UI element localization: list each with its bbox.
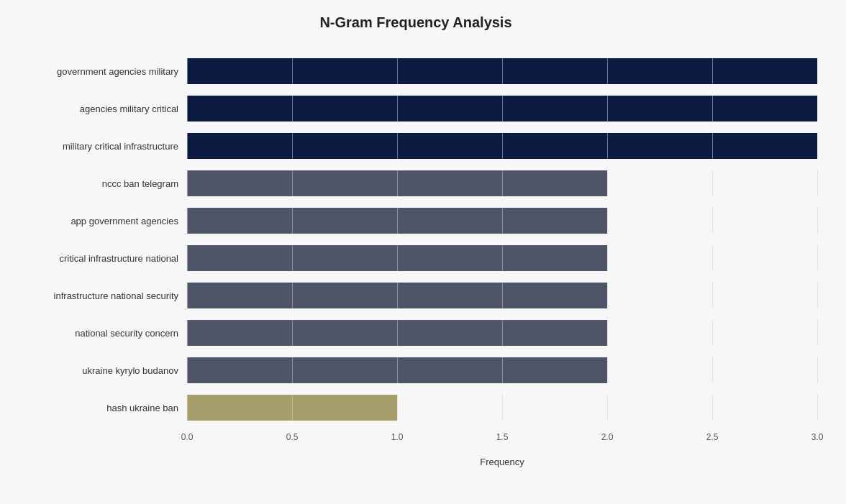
bar-label: infrastructure national security [14,290,187,301]
bar-row: app government agencies [14,202,817,239]
bar-track [187,357,817,383]
bar-label: hash ukraine ban [14,403,187,413]
bar-fill [187,96,817,122]
x-tick: 2.5 [706,432,719,442]
bar-label: ukraine kyrylo budanov [14,365,187,376]
bar-label: app government agencies [14,216,187,226]
x-tick: 3.0 [811,432,824,442]
bar-fill [187,395,397,421]
chart-title: N-Gram Frequency Analysis [14,14,817,31]
x-tick: 2.0 [601,432,614,442]
bar-fill [187,58,817,84]
bar-track [187,170,817,196]
bar-track [187,208,817,234]
bar-row: critical infrastructure national [14,239,817,277]
bar-track [187,96,817,122]
bar-fill [187,208,607,234]
bar-fill [187,133,817,159]
x-tick: 1.0 [391,432,404,442]
bar-row: government agencies military [14,52,817,90]
bar-track [187,283,817,308]
bar-track [187,58,817,84]
bar-row: nccc ban telegram [14,165,817,202]
bar-fill [187,170,607,196]
chart-container: N-Gram Frequency Analysis government age… [0,0,846,504]
bar-fill [187,245,607,271]
bar-track [187,133,817,159]
bar-label: agencies military critical [14,104,187,114]
bar-row: national security concern [14,314,817,352]
bar-track [187,320,817,346]
bar-label: military critical infrastructure [14,141,187,152]
x-tick: 1.5 [496,432,509,442]
bar-row: infrastructure national security [14,277,817,314]
bar-track [187,395,817,421]
bar-track [187,245,817,271]
bar-label: government agencies military [14,66,187,77]
x-axis: 0.00.51.01.52.02.53.0 [187,432,817,454]
bar-label: nccc ban telegram [14,178,187,189]
x-tick: 0.0 [181,432,194,442]
x-tick: 0.5 [286,432,299,442]
bar-row: ukraine kyrylo budanov [14,352,817,389]
bar-row: hash ukraine ban [14,389,817,426]
bar-fill [187,357,607,383]
bar-label: critical infrastructure national [14,253,187,264]
chart-area: government agencies militaryagencies mil… [14,52,817,426]
bar-fill [187,320,607,346]
bar-label: national security concern [14,328,187,339]
bar-row: military critical infrastructure [14,127,817,165]
bar-row: agencies military critical [14,90,817,127]
bar-fill [187,283,607,308]
x-axis-label: Frequency [187,457,817,467]
